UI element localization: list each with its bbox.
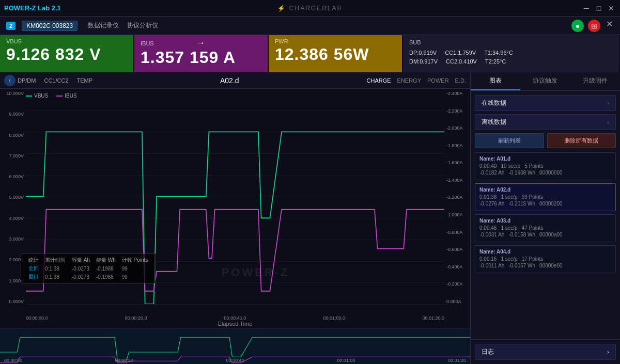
toolbar: 2 KM002C 003823 数据记录仪 协议分析仪 ● ⊞ ✕ [0, 17, 620, 35]
offline-data-btn[interactable]: 离线数据 › [475, 114, 616, 130]
right-panel: 图表 协议触发 升级固件 在线数据 › 离线数据 › 刷新列表 删除所有数据 N… [470, 72, 620, 364]
log-arrow-icon: › [607, 349, 609, 356]
ibus-metric: IBUS → 1.357 159 A [134, 35, 269, 72]
ibus-label: IBUS → [141, 38, 261, 48]
record-a01[interactable]: Name: A01.d 0:00:40 10 sec/p 5 Points -0… [475, 152, 616, 180]
tab-ed[interactable]: E.D. [455, 77, 466, 84]
stats-all-time: 0:1:38 [42, 264, 69, 273]
sub-dp: DP:0.919V [409, 49, 437, 58]
record-a02-name: Name: A02.d [479, 187, 611, 193]
pwr-label: PWR [275, 38, 396, 44]
tab-energy[interactable]: ENERGY [397, 77, 421, 84]
chart-title: A02.d [101, 76, 358, 85]
sub-label: SUB [409, 38, 613, 48]
chart-area: 10.000V 9.000V 8.000V 7.000V 6.000V 5.00… [0, 89, 470, 314]
nav-dp-dm[interactable]: ⟨ DP/DM [4, 75, 36, 86]
record-a01-row2: -0.0182 Ah -0.1608 Wh 00000000 [479, 170, 611, 176]
record-a04-row2: -0.0011 Ah -0.0057 Wh 00000e00 [479, 263, 611, 268]
stats-window-label: 窗口 [25, 273, 42, 281]
sub-cc1: CC1:1.759V [445, 49, 476, 58]
refresh-button[interactable]: 刷新列表 [475, 133, 544, 148]
toolbar-menu: 数据记录仪 协议分析仪 [88, 21, 158, 30]
record-a03-name: Name: A03.d [479, 218, 611, 224]
y-axis-right: -2.400A -2.200A -2.000A -1.800A -1.600A … [444, 89, 470, 314]
title-bar: POWER-Z Lab 2.1 ⚡ CHARGERLAB ─ □ ✕ [0, 0, 620, 17]
tab-power[interactable]: POWER [427, 77, 449, 84]
sub-metric: SUB DP:0.919V CC1:1.759V T1:34.96°C DM:0… [403, 35, 620, 72]
tab-charge[interactable]: CHARGE [367, 77, 391, 84]
record-a04-name: Name: A04.d [479, 249, 611, 255]
sub-cc2: CC2:0.410V [446, 57, 477, 67]
tab-firmware[interactable]: 升级固件 [570, 72, 620, 90]
chart-right-tabs: CHARGE ENERGY POWER E.D. [367, 77, 467, 84]
record-a02-row1: 0:01:38 1 sec/p 99 Points [479, 194, 611, 200]
tab-protocol[interactable]: 协议触发 [520, 72, 570, 90]
menu-protocol-analyzer[interactable]: 协议分析仪 [127, 21, 158, 30]
chart-toolbar: ⟨ DP/DM CC1/CC2 TEMP A02.d CHARGE ENERGY… [0, 72, 470, 89]
mini-chart[interactable]: 00:00:00 00:00:20 00:00:40 00:01:00 00:0… [0, 328, 470, 364]
sub-row-1: DP:0.919V CC1:1.759V T1:34.96°C [409, 49, 613, 58]
stats-all-points: 99 [119, 264, 151, 273]
right-panel-tabs: 图表 协议触发 升级固件 [471, 72, 620, 91]
stats-window-time: 0:1:38 [42, 273, 69, 281]
stats-col-label: 统计 [25, 256, 42, 264]
action-buttons: 刷新列表 删除所有数据 [475, 133, 616, 148]
log-button[interactable]: 日志 › [475, 344, 616, 360]
ibus-direction-icon: → [197, 38, 205, 47]
vbus-metric: VBUS 9.126 832 V [0, 35, 134, 72]
nav-cc1-cc2[interactable]: CC1/CC2 [44, 77, 68, 84]
record-a03-row1: 0:00:46 1 sec/p 47 Points [479, 225, 611, 231]
sub-t2: T2:25°C [485, 57, 506, 67]
stats-all-label: 全部 [25, 264, 42, 273]
menu-data-recorder[interactable]: 数据记录仪 [88, 21, 119, 30]
title-bar-left: POWER-Z Lab 2.1 [4, 4, 61, 12]
chart-panel: ⟨ DP/DM CC1/CC2 TEMP A02.d CHARGE ENERGY… [0, 72, 470, 364]
record-a02[interactable]: Name: A02.d 0:01:38 1 sec/p 99 Points -0… [475, 183, 616, 211]
device-number: 2 [6, 22, 16, 30]
main-content: ⟨ DP/DM CC1/CC2 TEMP A02.d CHARGE ENERGY… [0, 72, 620, 364]
tab-chart[interactable]: 图表 [471, 72, 520, 90]
watermark: POWER-Z [222, 266, 290, 279]
stats-col-time: 累计时间 [42, 256, 69, 264]
stats-all-energy: -0.1988 [93, 264, 119, 273]
app-title: POWER-Z Lab 2.1 [4, 4, 61, 12]
record-a02-row2: -0.0276 Ah -0.2015 Wh 00000200 [479, 201, 611, 207]
record-a03[interactable]: Name: A03.d 0:00:46 1 sec/p 47 Points -0… [475, 214, 616, 242]
pwr-metric: PWR 12.386 56W [269, 35, 403, 72]
record-a04[interactable]: Name: A04.d 0:00:16 1 sec/p 17 Points -0… [475, 245, 616, 273]
window-controls: ─ □ ✕ [582, 4, 616, 13]
chargerlab-logo: ⚡ CHARGERLAB [277, 5, 342, 12]
delete-all-button[interactable]: 删除所有数据 [547, 133, 616, 148]
record-button[interactable]: ● [571, 20, 584, 32]
minimize-button[interactable]: ─ [582, 4, 591, 13]
close-window-button[interactable]: ✕ [607, 4, 616, 13]
stats-all-capacity: -0.0273 [69, 264, 93, 273]
stats-window-points: 99 [119, 273, 151, 281]
online-data-arrow: › [607, 100, 609, 107]
vbus-value: 9.126 832 V [6, 45, 127, 64]
stats-table: 统计 累计时间 容量 Ah 能量 Wh 计数 Points 全部 0:1:38 … [25, 256, 151, 281]
sub-dm: DM:0.917V [409, 57, 438, 67]
nav-dp-dm-icon: ⟨ [4, 75, 16, 86]
sub-row-2: DM:0.917V CC2:0.410V T2:25°C [409, 57, 613, 67]
right-panel-content: 在线数据 › 离线数据 › 刷新列表 删除所有数据 Name: A01.d 0:… [471, 91, 620, 339]
pwr-value: 12.386 56W [275, 45, 396, 64]
online-data-btn[interactable]: 在线数据 › [475, 95, 616, 111]
nav-temp[interactable]: TEMP [77, 77, 93, 84]
panel-close-button[interactable]: ✕ [605, 20, 614, 29]
record-a04-row1: 0:00:16 1 sec/p 17 Points [479, 256, 611, 262]
offline-data-arrow: › [607, 119, 609, 126]
stats-overlay: 统计 累计时间 容量 Ah 能量 Wh 计数 Points 全部 0:1:38 … [21, 254, 156, 283]
x-ticks: 00:00:00.0 00:00:20.0 00:00:40.0 00:01:0… [0, 314, 470, 321]
ibus-value: 1.357 159 A [141, 49, 261, 67]
maximize-button[interactable]: □ [594, 4, 603, 13]
x-axis-label: Elapsed Time [0, 321, 470, 328]
stats-col-capacity: 容量 Ah [69, 256, 93, 264]
stats-window-capacity: -0.0273 [69, 273, 93, 281]
sub-t1: T1:34.96°C [484, 49, 513, 58]
stats-col-points: 计数 Points [119, 256, 151, 264]
vbus-label: VBUS [6, 38, 127, 44]
grid-button[interactable]: ⊞ [588, 20, 600, 32]
stats-col-energy: 能量 Wh [93, 256, 119, 264]
device-model: KM002C 003823 [22, 21, 78, 31]
